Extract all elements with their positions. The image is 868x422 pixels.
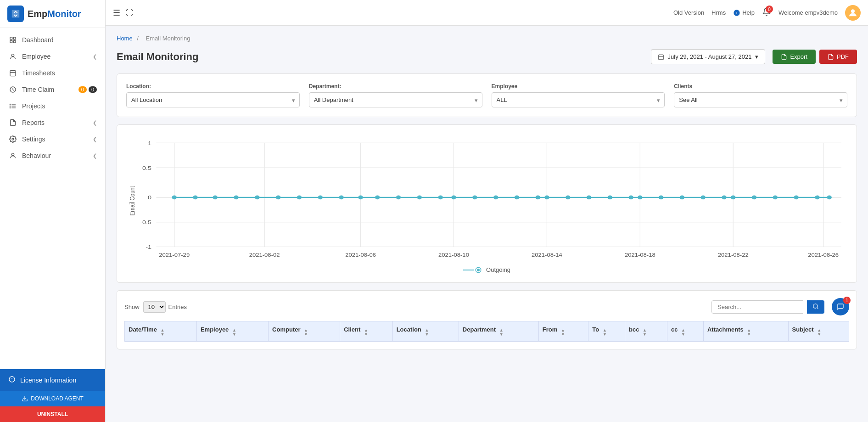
sidebar-item-employee[interactable]: Employee ❮ — [0, 48, 105, 65]
old-version-link[interactable]: Old Version — [673, 9, 704, 16]
search-button[interactable] — [807, 300, 824, 314]
svg-text:-0.5: -0.5 — [140, 219, 151, 225]
sidebar-item-timeclaim[interactable]: Time Claim 0 0 — [0, 81, 105, 98]
timeclaim-badge1: 0 — [78, 86, 87, 93]
svg-text:-1: -1 — [146, 244, 151, 250]
svg-point-81 — [659, 196, 663, 200]
notification-badge: 0 — [766, 6, 773, 13]
sort-subject[interactable]: ▲▼ — [817, 328, 821, 337]
hrms-link[interactable]: Hrms — [711, 9, 726, 16]
col-attachments[interactable]: Attachments ▲▼ — [703, 321, 788, 342]
date-picker-chevron: ▾ — [755, 53, 758, 60]
uninstall-label: UNINSTALL — [37, 411, 68, 417]
sidebar-item-timesheets[interactable]: Timesheets — [0, 65, 105, 81]
svg-point-83 — [701, 196, 706, 200]
svg-point-63 — [318, 196, 323, 200]
svg-point-62 — [297, 196, 302, 200]
col-to[interactable]: To ▲▼ — [588, 321, 625, 342]
col-computer[interactable]: Computer ▲▼ — [269, 321, 340, 342]
svg-point-87 — [773, 196, 778, 200]
sort-computer[interactable]: ▲▼ — [304, 328, 308, 337]
license-info-button[interactable]: License Information — [0, 369, 105, 391]
svg-text:2021-07-29: 2021-07-29 — [159, 252, 190, 258]
col-datetime[interactable]: Date/Time ▲▼ — [125, 321, 197, 342]
col-cc[interactable]: cc ▲▼ — [667, 321, 704, 342]
svg-point-64 — [339, 196, 343, 200]
svg-point-76 — [566, 196, 570, 200]
sort-attachments[interactable]: ▲▼ — [747, 328, 751, 337]
app-logo-icon — [7, 6, 24, 22]
sidebar-item-behaviour[interactable]: Behaviour ❮ — [0, 147, 105, 164]
col-employee[interactable]: Employee ▲▼ — [196, 321, 268, 342]
svg-text:2021-08-18: 2021-08-18 — [625, 252, 655, 258]
sort-to[interactable]: ▲▼ — [603, 328, 607, 337]
svg-text:i: i — [736, 11, 737, 15]
employee-filter: Employee ALL — [492, 83, 665, 107]
entries-select[interactable]: 10 25 50 — [143, 301, 166, 313]
col-subject[interactable]: Subject ▲▼ — [788, 321, 849, 342]
sidebar-item-dashboard[interactable]: Dashboard — [0, 32, 105, 48]
download-agent-label: DOWNLOAD AGENT — [31, 395, 84, 402]
svg-text:0.5: 0.5 — [142, 165, 151, 171]
menu-icon[interactable]: ☰ — [113, 8, 120, 18]
chat-badge: 1 — [843, 297, 851, 304]
help-button[interactable]: i Help — [733, 9, 755, 17]
legend-outgoing-label: Outgoing — [486, 266, 510, 273]
svg-point-89 — [815, 196, 819, 200]
export-button[interactable]: Export — [773, 50, 816, 64]
license-label: License Information — [20, 377, 76, 384]
sort-bcc[interactable]: ▲▼ — [643, 328, 647, 337]
sort-department[interactable]: ▲▼ — [499, 328, 504, 337]
sort-employee[interactable]: ▲▼ — [232, 328, 236, 337]
clients-filter: Clients See All — [674, 83, 847, 107]
user-avatar[interactable] — [845, 5, 861, 21]
location-label: Location: — [126, 83, 300, 90]
pdf-button[interactable]: PDF — [819, 50, 857, 64]
location-select[interactable]: All Location — [126, 92, 300, 107]
topbar-right: Old Version Hrms i Help 0 Welcome empv3d… — [673, 5, 861, 21]
col-client[interactable]: Client ▲▼ — [340, 321, 393, 342]
col-department[interactable]: Department ▲▼ — [459, 321, 538, 342]
svg-point-17 — [11, 153, 14, 156]
employee-select[interactable]: ALL — [492, 92, 665, 107]
svg-point-80 — [638, 196, 642, 200]
col-bcc[interactable]: bcc ▲▼ — [625, 321, 667, 342]
search-input[interactable] — [711, 300, 803, 314]
sort-cc[interactable]: ▲▼ — [681, 328, 685, 337]
clients-select[interactable]: See All — [674, 92, 847, 107]
svg-point-4 — [11, 54, 14, 56]
date-range-picker[interactable]: July 29, 2021 - August 27, 2021 ▾ — [651, 49, 766, 64]
department-select[interactable]: All Department — [309, 92, 482, 107]
sort-datetime[interactable]: ▲▼ — [161, 328, 165, 337]
email-chart: 1 0.5 0 -0.5 -1 Email Count 2021-07-29 2… — [126, 134, 847, 263]
col-location[interactable]: Location ▲▼ — [392, 321, 459, 342]
data-table: Date/Time ▲▼ Employee ▲▼ Computer ▲▼ C — [124, 321, 849, 342]
table-section: Show 10 25 50 Entries 1 — [117, 290, 857, 349]
behaviour-arrow-icon: ❮ — [93, 153, 97, 159]
col-from[interactable]: From ▲▼ — [538, 321, 588, 342]
sort-location[interactable]: ▲▼ — [425, 328, 429, 337]
svg-point-84 — [722, 196, 726, 200]
svg-point-16 — [12, 138, 14, 140]
clients-label: Clients — [674, 83, 847, 90]
sort-from[interactable]: ▲▼ — [561, 328, 565, 337]
sidebar-item-reports[interactable]: Reports ❮ — [0, 114, 105, 131]
sidebar-item-settings[interactable]: Settings ❮ — [0, 131, 105, 147]
department-select-wrapper: All Department — [309, 92, 482, 107]
fullscreen-icon[interactable]: ⛶ — [126, 9, 133, 17]
timeclaim-icon — [8, 86, 17, 93]
notification-button[interactable]: 0 — [762, 7, 771, 18]
entries-label: Entries — [168, 304, 187, 310]
chat-button[interactable]: 1 — [832, 298, 849, 315]
svg-point-91 — [813, 304, 818, 308]
svg-point-79 — [628, 196, 633, 200]
sidebar-item-projects[interactable]: Projects — [0, 98, 105, 114]
breadcrumb-home[interactable]: Home — [117, 35, 133, 42]
sort-client[interactable]: ▲▼ — [364, 328, 368, 337]
department-filter: Department: All Department — [309, 83, 482, 107]
filter-row: Location: All Location Department: All D… — [126, 83, 847, 107]
download-agent-button[interactable]: DOWNLOAD AGENT — [0, 391, 105, 406]
sidebar-label-timeclaim: Time Claim — [22, 86, 78, 93]
uninstall-button[interactable]: UNINSTALL — [0, 406, 105, 422]
settings-arrow-icon: ❮ — [93, 136, 97, 142]
